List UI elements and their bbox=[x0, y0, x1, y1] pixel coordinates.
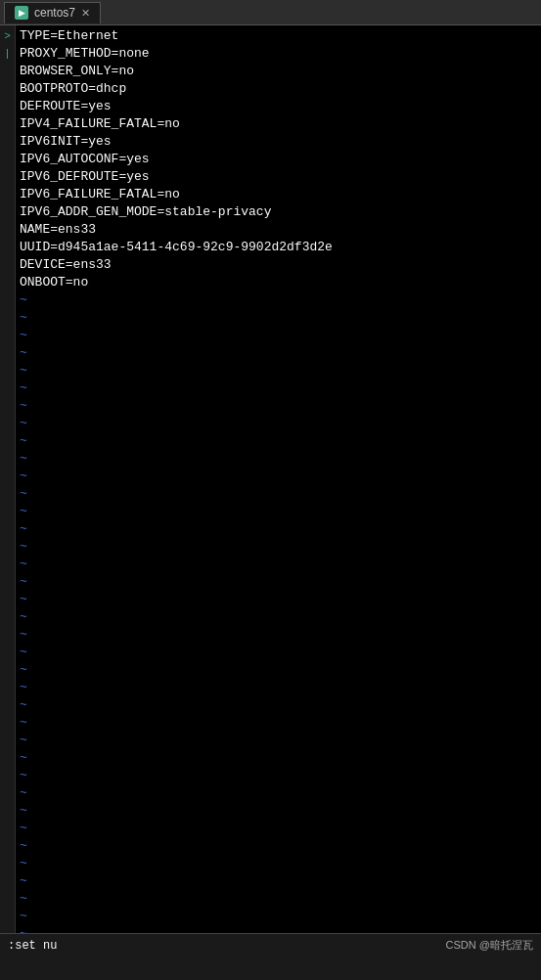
tilde-line: ~ bbox=[20, 820, 537, 837]
editor-line: TYPE=Ethernet bbox=[20, 27, 537, 45]
tilde-line: ~ bbox=[20, 503, 537, 520]
tab-icon: ▶ bbox=[15, 6, 28, 20]
editor-line: NAME=ens33 bbox=[20, 221, 537, 239]
tilde-line: ~ bbox=[20, 362, 537, 379]
editor-line: UUID=d945a1ae-5411-4c69-92c9-9902d2df3d2… bbox=[20, 239, 537, 256]
tilde-line: ~ bbox=[20, 379, 537, 397]
tilde-line: ~ bbox=[20, 432, 537, 450]
tilde-line: ~ bbox=[20, 468, 537, 485]
editor-line: BOOTPROTO=dhcp bbox=[20, 80, 537, 98]
tilde-line: ~ bbox=[20, 327, 537, 344]
tilde-line: ~ bbox=[20, 872, 537, 890]
tilde-line: ~ bbox=[20, 855, 537, 872]
editor-line: DEVICE=ens33 bbox=[20, 256, 537, 274]
gutter: > | bbox=[0, 25, 16, 957]
editor-line: IPV6INIT=yes bbox=[20, 133, 537, 151]
tilde-line: ~ bbox=[20, 714, 537, 732]
tilde-line: ~ bbox=[20, 573, 537, 591]
tilde-line: ~ bbox=[20, 784, 537, 802]
tab-label: centos7 bbox=[34, 6, 75, 20]
tilde-line: ~ bbox=[20, 291, 537, 309]
titlebar: ▶ centos7 ✕ bbox=[0, 0, 541, 25]
editor-container: > | TYPE=EthernetPROXY_METHOD=noneBROWSE… bbox=[0, 25, 541, 957]
editor-line: IPV6_DEFROUTE=yes bbox=[20, 168, 537, 186]
tilde-line: ~ bbox=[20, 450, 537, 468]
status-attribution: CSDN @暗托涅瓦 bbox=[446, 938, 533, 953]
tilde-line: ~ bbox=[20, 415, 537, 432]
tilde-line: ~ bbox=[20, 556, 537, 573]
editor-line: IPV6_ADDR_GEN_MODE=stable-privacy bbox=[20, 203, 537, 221]
gutter-marker-1: > bbox=[4, 27, 11, 45]
editor-line: IPV4_FAILURE_FATAL=no bbox=[20, 115, 537, 133]
editor-line: IPV6_AUTOCONF=yes bbox=[20, 151, 537, 168]
tilde-line: ~ bbox=[20, 397, 537, 415]
tilde-line: ~ bbox=[20, 890, 537, 908]
statusbar: :set nu CSDN @暗托涅瓦 bbox=[0, 933, 541, 957]
tilde-line: ~ bbox=[20, 837, 537, 855]
tilde-line: ~ bbox=[20, 608, 537, 626]
status-command: :set nu bbox=[8, 939, 57, 953]
tilde-line: ~ bbox=[20, 344, 537, 362]
tilde-line: ~ bbox=[20, 908, 537, 925]
editor-line: ONBOOT=no bbox=[20, 274, 537, 291]
tilde-line: ~ bbox=[20, 644, 537, 661]
tilde-line: ~ bbox=[20, 749, 537, 767]
tilde-line: ~ bbox=[20, 661, 537, 679]
editor-line: BROWSER_ONLY=no bbox=[20, 63, 537, 80]
tilde-line: ~ bbox=[20, 520, 537, 538]
tilde-line: ~ bbox=[20, 485, 537, 503]
tilde-line: ~ bbox=[20, 732, 537, 749]
editor-line: IPV6_FAILURE_FATAL=no bbox=[20, 186, 537, 203]
editor-line: PROXY_METHOD=none bbox=[20, 45, 537, 63]
tab[interactable]: ▶ centos7 ✕ bbox=[4, 2, 101, 23]
tilde-line: ~ bbox=[20, 802, 537, 820]
tilde-line: ~ bbox=[20, 591, 537, 608]
tilde-line: ~ bbox=[20, 309, 537, 327]
tab-close-icon[interactable]: ✕ bbox=[81, 7, 90, 20]
tilde-line: ~ bbox=[20, 538, 537, 556]
tilde-line: ~ bbox=[20, 626, 537, 644]
editor-line: DEFROUTE=yes bbox=[20, 98, 537, 115]
tilde-line: ~ bbox=[20, 767, 537, 784]
tilde-line: ~ bbox=[20, 679, 537, 696]
gutter-marker-2: | bbox=[4, 45, 11, 63]
tilde-line: ~ bbox=[20, 696, 537, 714]
editor-content: TYPE=EthernetPROXY_METHOD=noneBROWSER_ON… bbox=[16, 25, 541, 957]
